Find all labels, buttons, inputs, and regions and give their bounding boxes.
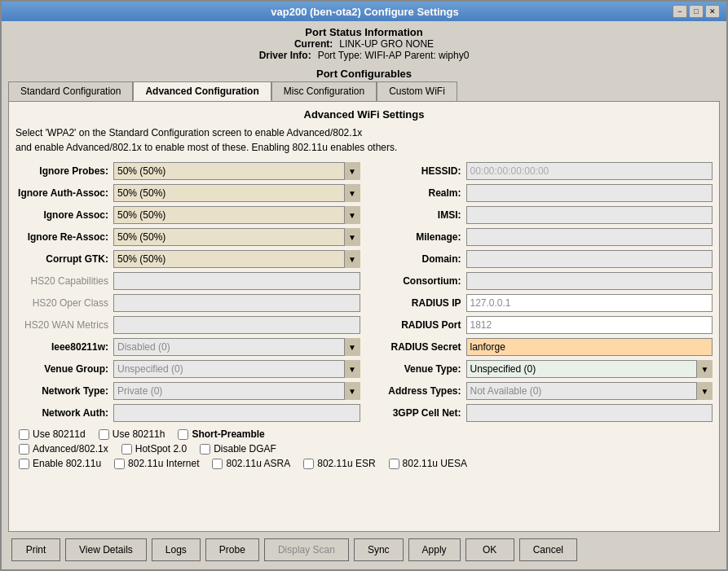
- esr-80211u-item: 802.11u ESR: [303, 458, 375, 469]
- advanced-8021x-checkbox[interactable]: [19, 444, 29, 455]
- consortium-label: Consortium:: [368, 275, 466, 287]
- hs20-capabilities-row: HS20 Capabilities: [15, 271, 360, 291]
- tab-content-advanced: Advanced WiFi Settings Select 'WPA2' on …: [8, 101, 720, 532]
- hotspot-20-item: HotSpot 2.0: [121, 443, 187, 455]
- checkboxes-row3: Enable 802.11u 802.11u Internet 802.11u …: [15, 458, 713, 469]
- esr-80211u-checkbox[interactable]: [303, 459, 314, 469]
- sync-button[interactable]: Sync: [354, 538, 404, 561]
- apply-button[interactable]: Apply: [408, 538, 461, 561]
- domain-row: Domain:: [368, 249, 713, 269]
- network-auth-input[interactable]: [113, 404, 360, 422]
- hotspot-20-label: HotSpot 2.0: [135, 443, 187, 455]
- network-auth-row: Network Auth:: [15, 403, 360, 423]
- address-types-row: Address Types: Not Available (0) ▼: [368, 381, 713, 401]
- tab-standard[interactable]: Standard Configuration: [8, 81, 133, 101]
- radius-ip-row: RADIUS IP: [368, 293, 713, 313]
- driver-value: Port Type: WIFI-AP Parent: wiphy0: [318, 50, 470, 61]
- port-configurables-title: Port Configurables: [8, 68, 720, 80]
- use-80211h-checkbox[interactable]: [99, 429, 109, 440]
- hs20-wan-metrics-input[interactable]: [113, 316, 360, 334]
- venue-type-select[interactable]: Unspecified (0): [466, 360, 713, 378]
- address-types-select[interactable]: Not Available (0): [466, 382, 713, 400]
- imsi-label: IMSI:: [368, 209, 466, 221]
- uesa-80211u-item: 802.11u UESA: [389, 458, 467, 469]
- corrupt-gtk-select[interactable]: 50% (50%): [113, 250, 360, 268]
- short-preamble-label: Short-Preamble: [192, 428, 264, 440]
- network-type-label: Network Type:: [15, 385, 113, 397]
- probe-button[interactable]: Probe: [205, 538, 259, 561]
- consortium-row: Consortium:: [368, 271, 713, 291]
- 3gpp-cell-net-input[interactable]: [466, 404, 713, 422]
- radius-port-input[interactable]: [466, 316, 713, 334]
- hessid-row: HESSID:: [368, 161, 713, 181]
- enable-80211u-checkbox[interactable]: [19, 459, 29, 469]
- tab-advanced[interactable]: Advanced Configuration: [133, 81, 271, 101]
- ignore-auth-assoc-select[interactable]: 50% (50%): [113, 184, 360, 202]
- tab-misc[interactable]: Misc Configuration: [271, 81, 377, 101]
- ignore-probes-label: Ignore Probes:: [15, 165, 113, 177]
- realm-input[interactable]: [466, 184, 713, 202]
- short-preamble-checkbox[interactable]: [178, 429, 188, 440]
- 3gpp-cell-net-label: 3GPP Cell Net:: [368, 407, 466, 419]
- venue-group-select[interactable]: Unspecified (0): [113, 360, 360, 378]
- hs20-wan-metrics-row: HS20 WAN Metrics: [15, 315, 360, 335]
- advanced-8021x-item: Advanced/802.1x: [19, 443, 108, 455]
- consortium-input[interactable]: [466, 272, 713, 290]
- corrupt-gtk-select-wrapper: 50% (50%) ▼: [113, 250, 360, 268]
- venue-group-select-wrapper: Unspecified (0) ▼: [113, 360, 360, 378]
- uesa-80211u-checkbox[interactable]: [389, 459, 399, 469]
- milenage-label: Milenage:: [368, 231, 466, 243]
- asra-80211u-checkbox[interactable]: [212, 459, 223, 469]
- ieee80211w-row: Ieee80211w: Disabled (0) ▼: [15, 337, 360, 357]
- ignore-assoc-label: Ignore Assoc:: [15, 209, 113, 221]
- use-80211d-item: Use 80211d: [19, 428, 86, 440]
- use-80211d-checkbox[interactable]: [19, 429, 29, 440]
- realm-label: Realm:: [368, 187, 466, 199]
- main-window: vap200 (ben-ota2) Configure Settings − □…: [0, 0, 728, 571]
- imsi-input[interactable]: [466, 206, 713, 224]
- hs20-capabilities-input[interactable]: [113, 272, 360, 290]
- ignore-reassoc-select[interactable]: 50% (50%): [113, 228, 360, 246]
- ignore-probes-select[interactable]: 50% (50%): [113, 162, 360, 180]
- view-details-button[interactable]: View Details: [65, 538, 147, 561]
- radius-secret-row: RADIUS Secret: [368, 337, 713, 357]
- display-scan-button[interactable]: Display Scan: [264, 538, 349, 561]
- network-type-select[interactable]: Private (0): [113, 382, 360, 400]
- milenage-input[interactable]: [466, 228, 713, 246]
- logs-button[interactable]: Logs: [152, 538, 201, 561]
- tab-custom[interactable]: Custom WiFi: [377, 81, 457, 101]
- minimize-button[interactable]: −: [673, 5, 687, 18]
- enable-80211u-label: Enable 802.11u: [33, 458, 101, 469]
- checkboxes-row2: Advanced/802.1x HotSpot 2.0 Disable DGAF: [15, 443, 713, 455]
- corrupt-gtk-row: Corrupt GTK: 50% (50%) ▼: [15, 249, 360, 269]
- print-button[interactable]: Print: [11, 538, 60, 561]
- ignore-assoc-select[interactable]: 50% (50%): [113, 206, 360, 224]
- ok-button[interactable]: OK: [465, 538, 514, 561]
- hessid-input[interactable]: [466, 162, 713, 180]
- esr-80211u-label: 802.11u ESR: [317, 458, 375, 469]
- internet-80211u-checkbox[interactable]: [114, 459, 125, 469]
- hs20-wan-metrics-label: HS20 WAN Metrics: [15, 319, 113, 331]
- maximize-button[interactable]: □: [689, 5, 704, 18]
- radius-secret-input[interactable]: [466, 338, 713, 356]
- domain-input[interactable]: [466, 250, 713, 268]
- 3gpp-cell-net-row: 3GPP Cell Net:: [368, 403, 713, 423]
- short-preamble-item: Short-Preamble: [178, 428, 264, 440]
- close-button[interactable]: ✕: [705, 5, 720, 18]
- uesa-80211u-label: 802.11u UESA: [403, 458, 467, 469]
- port-status-title: Port Status Information: [8, 26, 720, 38]
- ignore-probes-row: Ignore Probes: 50% (50%) ▼: [15, 161, 360, 181]
- ieee80211w-select[interactable]: Disabled (0): [113, 338, 360, 356]
- ignore-reassoc-row: Ignore Re-Assoc: 50% (50%) ▼: [15, 227, 360, 247]
- hotspot-20-checkbox[interactable]: [121, 444, 132, 455]
- disable-dgaf-checkbox[interactable]: [200, 444, 210, 455]
- internet-80211u-item: 802.11u Internet: [114, 458, 199, 469]
- ignore-reassoc-select-wrapper: 50% (50%) ▼: [113, 228, 360, 246]
- current-label: Current:: [294, 38, 333, 50]
- ignore-auth-assoc-select-wrapper: 50% (50%) ▼: [113, 184, 360, 202]
- hs20-oper-class-input[interactable]: [113, 294, 360, 312]
- address-types-label: Address Types:: [368, 385, 466, 397]
- radius-ip-input[interactable]: [466, 294, 713, 312]
- cancel-button[interactable]: Cancel: [519, 538, 577, 561]
- use-80211d-label: Use 80211d: [33, 428, 86, 440]
